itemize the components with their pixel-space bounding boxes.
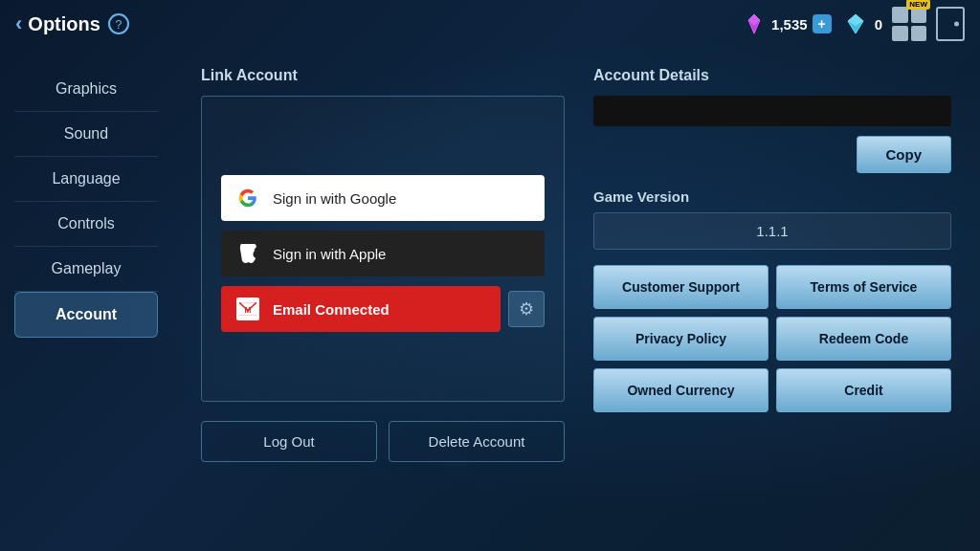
delete-account-button[interactable]: Delete Account bbox=[389, 421, 565, 462]
copy-button[interactable]: Copy bbox=[857, 136, 952, 173]
sidebar-item-language[interactable]: Language bbox=[14, 157, 158, 202]
customer-support-button[interactable]: Customer Support bbox=[593, 265, 768, 309]
email-connected-label: Email Connected bbox=[273, 301, 390, 318]
link-account-title: Link Account bbox=[201, 67, 565, 84]
grid-cell-4 bbox=[911, 26, 927, 42]
gear-button[interactable]: ⚙ bbox=[508, 291, 545, 327]
sidebar-item-graphics[interactable]: Graphics bbox=[14, 67, 158, 112]
bottom-buttons: Log Out Delete Account bbox=[201, 421, 565, 462]
owned-currency-button[interactable]: Owned Currency bbox=[593, 368, 768, 412]
version-box: 1.1.1 bbox=[593, 212, 951, 250]
sidebar-item-sound[interactable]: Sound bbox=[14, 112, 158, 157]
apple-icon bbox=[236, 242, 259, 265]
diamond-icon bbox=[841, 10, 870, 38]
action-grid: Customer Support Terms of Service Privac… bbox=[593, 265, 951, 412]
gear-icon: ⚙ bbox=[519, 298, 534, 320]
account-id-bar bbox=[593, 96, 951, 126]
version-value: 1.1.1 bbox=[756, 223, 788, 239]
diamond-currency: 0 bbox=[841, 10, 882, 38]
topbar: ‹ Options ? 1,535 + 0 bbox=[0, 0, 980, 48]
options-title: Options bbox=[28, 13, 100, 35]
right-panel: Link Account Sign in with Google bbox=[172, 48, 980, 551]
sidebar: Graphics Sound Language Controls Gamepla… bbox=[0, 48, 172, 551]
main-content: Graphics Sound Language Controls Gamepla… bbox=[0, 48, 980, 551]
door-icon[interactable] bbox=[936, 7, 965, 41]
email-icon: M bbox=[236, 298, 259, 320]
grid-cell-1 bbox=[892, 7, 908, 23]
link-account-section: Link Account Sign in with Google bbox=[201, 67, 565, 532]
apple-signin-label: Sign in with Apple bbox=[273, 246, 386, 262]
svg-text:M: M bbox=[245, 306, 252, 315]
gem-count: 1,535 bbox=[771, 16, 808, 33]
logout-button[interactable]: Log Out bbox=[201, 421, 377, 462]
google-icon bbox=[236, 187, 259, 209]
topbar-right: 1,535 + 0 NEW bbox=[742, 7, 965, 41]
privacy-button[interactable]: Privacy Policy bbox=[593, 317, 768, 361]
link-account-box: Sign in with Google Sign in with Apple bbox=[201, 96, 565, 402]
grid-cell-3 bbox=[892, 26, 908, 42]
back-arrow-icon: ‹ bbox=[15, 11, 22, 36]
credit-button[interactable]: Credit bbox=[776, 368, 951, 412]
account-details-section: Account Details Copy Game Version 1.1.1 … bbox=[593, 67, 951, 532]
back-button[interactable]: ‹ Options bbox=[15, 11, 100, 36]
help-button[interactable]: ? bbox=[108, 13, 129, 34]
google-signin-label: Sign in with Google bbox=[273, 190, 396, 207]
sidebar-item-controls[interactable]: Controls bbox=[14, 202, 158, 247]
gem-icon bbox=[742, 11, 767, 36]
google-signin-button[interactable]: Sign in with Google bbox=[221, 175, 545, 221]
email-row: M Email Connected ⚙ bbox=[221, 286, 545, 332]
grid-icon bbox=[892, 7, 926, 41]
email-connected-button[interactable]: M Email Connected bbox=[221, 286, 501, 332]
game-version-label: Game Version bbox=[593, 188, 951, 205]
diamond-count: 0 bbox=[875, 16, 882, 33]
new-badge: NEW bbox=[906, 0, 930, 10]
account-details-title: Account Details bbox=[593, 67, 951, 84]
terms-button[interactable]: Terms of Service bbox=[776, 265, 951, 309]
help-label: ? bbox=[115, 17, 122, 32]
sidebar-item-account[interactable]: Account bbox=[14, 292, 158, 338]
grid-button[interactable]: NEW bbox=[892, 7, 926, 41]
apple-signin-button[interactable]: Sign in with Apple bbox=[221, 231, 545, 276]
sidebar-item-gameplay[interactable]: Gameplay bbox=[14, 247, 158, 292]
gem-plus-button[interactable]: + bbox=[813, 14, 832, 33]
gem-currency: 1,535 + bbox=[742, 11, 832, 36]
redeem-button[interactable]: Redeem Code bbox=[776, 317, 951, 361]
